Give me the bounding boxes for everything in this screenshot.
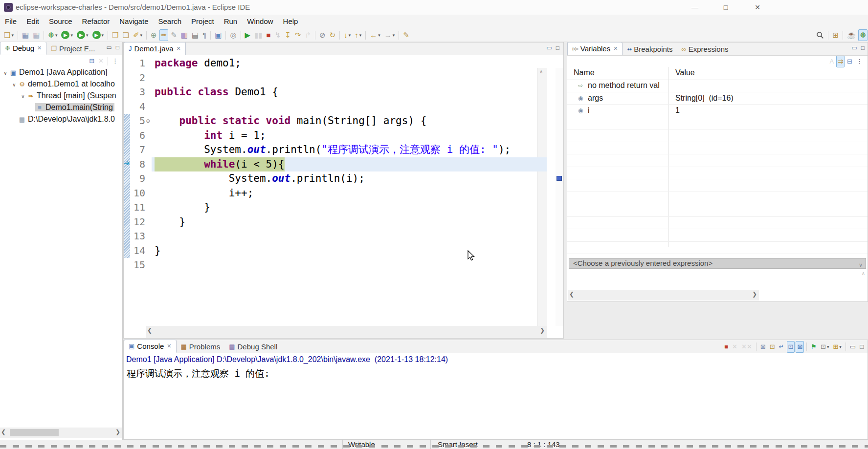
- code-text[interactable]: int i = 1;: [152, 128, 547, 143]
- column-value[interactable]: Value: [675, 68, 695, 77]
- previous-annotation-icon[interactable]: ↑▾: [353, 29, 363, 41]
- maximize-view-icon[interactable]: □: [116, 44, 119, 51]
- show-logical-structures-icon[interactable]: ⇉: [836, 56, 845, 67]
- empty-row[interactable]: [567, 242, 868, 255]
- collapse-all-icon[interactable]: ⊟: [846, 56, 854, 67]
- step-over-icon[interactable]: ↷: [293, 29, 303, 41]
- instruction-pointer-marker[interactable]: [556, 176, 562, 181]
- code-text[interactable]: while(i < 5){: [152, 157, 547, 172]
- empty-row[interactable]: [567, 192, 868, 205]
- code-text[interactable]: [152, 229, 547, 244]
- menu-help[interactable]: Help: [278, 15, 303, 25]
- code-text[interactable]: package demo1;: [152, 56, 547, 71]
- scroll-right-icon[interactable]: ❯: [115, 428, 120, 435]
- show-stdout-when-changed-icon[interactable]: ⊡: [787, 341, 795, 353]
- column-name[interactable]: Name: [574, 68, 595, 77]
- code-viewport[interactable]: ➜ ∧ ∨ 1package demo1;23public class Demo…: [124, 55, 563, 326]
- open-console-view-icon[interactable]: ▣: [213, 29, 223, 41]
- open-type-icon[interactable]: ❐: [111, 29, 120, 41]
- tab-debug[interactable]: ❉Debug✕: [0, 42, 46, 55]
- menu-run[interactable]: Run: [219, 15, 243, 25]
- close-tab-icon[interactable]: ✕: [167, 343, 171, 349]
- tab-demo1-java[interactable]: JDemo1.java✕: [124, 42, 186, 55]
- tab-breakpoints[interactable]: ●●Breakpoints: [623, 43, 677, 55]
- menu-file[interactable]: File: [0, 15, 22, 25]
- code-line[interactable]: 1package demo1;: [124, 56, 547, 71]
- terminate-icon[interactable]: ■: [723, 341, 730, 353]
- step-return-icon[interactable]: ↱: [303, 29, 312, 41]
- overview-ruler[interactable]: [556, 68, 563, 326]
- scroll-up-icon[interactable]: ∧: [862, 271, 865, 276]
- open-perspective-icon[interactable]: ⊞: [831, 29, 840, 41]
- scroll-left-icon[interactable]: ❮: [1, 428, 6, 435]
- search-flashlight-icon[interactable]: ✐▾: [132, 29, 144, 41]
- disconnect-icon[interactable]: ↯: [273, 29, 283, 41]
- scroll-lock-icon[interactable]: ⊡: [768, 341, 777, 353]
- save-icon[interactable]: ▦: [21, 29, 30, 41]
- close-tab-icon[interactable]: ✕: [177, 45, 181, 52]
- tab-variables[interactable]: (x)=Variables✕: [567, 42, 623, 55]
- show-stderr-when-changed-icon[interactable]: ⊠: [796, 341, 804, 353]
- empty-row[interactable]: [567, 129, 868, 142]
- maximize-icon[interactable]: □: [858, 341, 865, 353]
- tree-item[interactable]: ∨▣Demo1 [Java Application]: [0, 66, 122, 78]
- remove-all-terminated-icon[interactable]: ✕: [97, 55, 105, 67]
- minimize-icon[interactable]: ▭: [848, 341, 857, 353]
- code-line[interactable]: 7 System.out.println("程序调试演示，注意观察 i 的值: …: [124, 143, 547, 157]
- expression-combo[interactable]: <Choose a previously entered expression>…: [569, 258, 866, 269]
- variable-detail-pane[interactable]: ∧: [569, 269, 866, 290]
- show-selected-element-source-icon[interactable]: ▥: [179, 29, 189, 41]
- chevron-down-icon[interactable]: ▾: [70, 33, 73, 38]
- console-output[interactable]: 程序调试演示，注意观察 i 的值:: [127, 367, 275, 380]
- open-resource-icon[interactable]: ❏: [121, 29, 131, 41]
- tab-expressions[interactable]: ∞Expressions: [677, 43, 733, 55]
- back-history-icon[interactable]: ←▾: [368, 29, 382, 41]
- chevron-down-icon[interactable]: ▾: [102, 33, 104, 38]
- forward-history-icon[interactable]: →▾: [383, 29, 397, 41]
- menu-window[interactable]: Window: [242, 15, 278, 25]
- new-wizard-icon[interactable]: ❏▾: [2, 29, 15, 41]
- clear-console-icon[interactable]: ⊠: [759, 341, 767, 353]
- view-menu-icon[interactable]: ⋮: [855, 56, 864, 67]
- code-line[interactable]: 10 i++;: [124, 186, 547, 201]
- window-maximize-button[interactable]: □: [714, 0, 737, 15]
- code-line[interactable]: 11 }: [124, 200, 547, 215]
- open-console-icon[interactable]: ⊞▾: [831, 341, 843, 353]
- variables-hscrollbar[interactable]: ❮ ❯: [568, 290, 759, 300]
- code-line[interactable]: 8 while(i < 5){: [124, 157, 547, 172]
- close-tab-icon[interactable]: ✕: [37, 45, 42, 51]
- close-tab-icon[interactable]: ✕: [613, 45, 618, 52]
- chevron-down-icon[interactable]: ∨: [859, 260, 863, 270]
- selected-tree-item[interactable]: ≡Demo1.main(String: [35, 103, 114, 111]
- chevron-expanded-icon[interactable]: ∨: [20, 91, 26, 102]
- resume-icon[interactable]: ▶: [244, 29, 252, 41]
- scroll-left-icon[interactable]: ❮: [569, 291, 574, 298]
- debug-launch-icon[interactable]: ❉▾: [46, 29, 59, 41]
- empty-row[interactable]: [567, 229, 868, 242]
- remove-launch-icon[interactable]: ✕: [731, 341, 739, 353]
- code-text[interactable]: System.out.println(i);: [152, 171, 547, 186]
- tree-item[interactable]: ▤D:\Develop\Java\jdk1.8.0: [0, 113, 122, 125]
- java-perspective-icon[interactable]: ☕: [846, 29, 858, 41]
- search-icon[interactable]: [815, 29, 825, 41]
- tab-debug-shell[interactable]: ▤Debug Shell: [224, 341, 282, 353]
- chevron-down-icon[interactable]: ▾: [11, 33, 14, 38]
- empty-row[interactable]: [567, 217, 868, 230]
- empty-row[interactable]: [567, 117, 868, 130]
- toggle-mark-occurrences-icon[interactable]: ✏: [159, 29, 169, 41]
- code-line[interactable]: 12 }: [124, 215, 547, 230]
- next-annotation-icon[interactable]: ↓▾: [342, 29, 352, 41]
- show-whitespace-icon[interactable]: ¶: [201, 29, 208, 41]
- show-outline-icon[interactable]: ▤: [190, 29, 200, 41]
- code-line[interactable]: 4: [124, 100, 547, 114]
- run-history-icon[interactable]: ▶▾: [91, 29, 106, 41]
- empty-row[interactable]: [567, 167, 868, 180]
- chevron-down-icon[interactable]: ▾: [55, 33, 58, 38]
- empty-row[interactable]: [567, 179, 868, 192]
- code-text[interactable]: public static void main(String[] args) {: [152, 114, 547, 128]
- chevron-down-icon[interactable]: ▾: [349, 33, 351, 38]
- chevron-expanded-icon[interactable]: ∨: [2, 67, 9, 78]
- maximize-view-icon[interactable]: □: [556, 44, 559, 51]
- open-type-hierarchy-icon[interactable]: ⊕: [149, 29, 158, 41]
- code-line[interactable]: 2: [124, 71, 547, 86]
